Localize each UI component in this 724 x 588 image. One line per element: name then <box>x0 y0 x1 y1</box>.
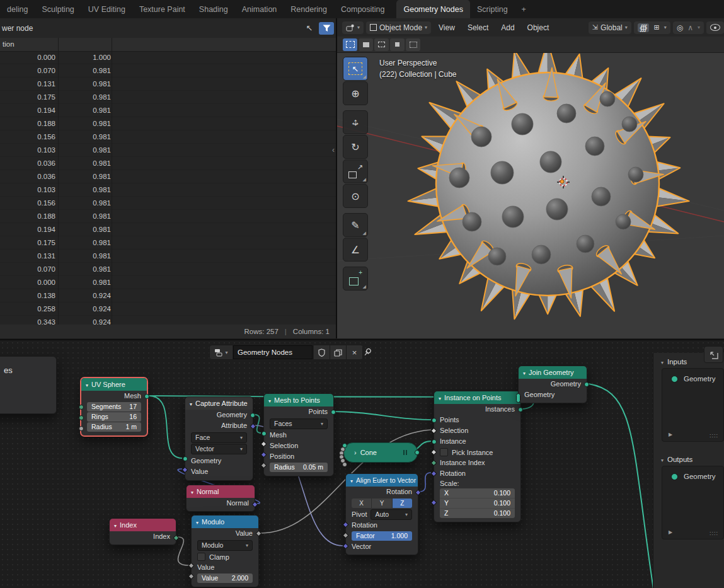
socket-mesh-out[interactable] <box>144 394 149 399</box>
socket-geometry-out[interactable] <box>250 413 255 418</box>
expand-triangle-icon[interactable]: ▶ <box>669 432 672 437</box>
table-row[interactable]: 0.1750.981 <box>0 236 336 250</box>
select-mode-invert[interactable] <box>390 38 405 51</box>
node-cone[interactable]: ›Cone <box>343 442 418 463</box>
unlink-close-icon[interactable]: × <box>347 345 363 359</box>
go-to-parent-tree-button[interactable] <box>704 346 723 363</box>
editor-type-button[interactable]: ▾ <box>342 21 364 34</box>
tool-move[interactable]: ↔↕ <box>343 110 368 134</box>
scale-z-field[interactable]: Z0.100 <box>440 509 515 518</box>
value-field[interactable]: Value2.000 <box>197 574 253 583</box>
menu-view[interactable]: View <box>434 23 460 32</box>
menu-add[interactable]: Add <box>496 23 519 32</box>
tab-compositing[interactable]: Compositing <box>334 0 391 18</box>
tab-sculpting[interactable]: Sculpting <box>35 0 81 18</box>
snap-magnet-icon[interactable]: ∰ <box>638 23 650 32</box>
node-index[interactable]: ▾Index Index <box>109 518 176 545</box>
falloff-dropdown-chevron[interactable]: ▾ <box>698 25 700 30</box>
node-math-modulo[interactable]: ▾Modulo Value Modulo▾ Clamp Value Value2… <box>191 515 259 587</box>
socket-points-in[interactable] <box>432 418 437 423</box>
falloff-curve-icon[interactable]: ∧ <box>687 23 693 32</box>
node-tree-name-field[interactable] <box>233 345 313 359</box>
node-tree-browse-button[interactable]: ▾ <box>209 345 233 360</box>
table-row[interactable]: 0.1560.981 <box>0 130 336 144</box>
axis-z-button[interactable]: Z <box>393 499 412 508</box>
table-row[interactable]: 0.1310.981 <box>0 250 336 263</box>
axis-x-button[interactable]: X <box>352 499 372 508</box>
operation-dropdown[interactable]: Modulo▾ <box>197 540 253 551</box>
socket-geometry-out[interactable] <box>584 382 589 387</box>
pick-instance-checkbox[interactable] <box>440 448 448 456</box>
select-mode-extend[interactable] <box>359 38 373 51</box>
table-row[interactable]: 0.1380.924 <box>0 289 336 303</box>
node-partial[interactable]: es <box>0 356 57 414</box>
socket-factor-in[interactable] <box>343 533 349 539</box>
field-radius[interactable]: Radius0.05 m <box>270 463 328 472</box>
node-normal[interactable]: ▾Normal Normal <box>186 485 255 512</box>
expand-triangle-icon[interactable]: ▶ <box>669 529 672 535</box>
mode-dropdown[interactable]: Object Mode ▾ <box>366 21 431 34</box>
table-row[interactable]: 0.0700.981 <box>0 263 336 276</box>
field-segments[interactable]: Segments17 <box>87 402 141 412</box>
menu-select[interactable]: Select <box>463 23 493 32</box>
tool-scale[interactable]: ↗◢ <box>343 159 368 183</box>
tool-measure[interactable]: ∠ <box>343 238 368 262</box>
socket-value2-in[interactable] <box>188 574 195 580</box>
socket-rings-in[interactable] <box>79 415 84 420</box>
tab-uv-editing[interactable]: UV Editing <box>81 0 132 18</box>
table-row[interactable]: 0.0700.981 <box>0 64 336 78</box>
table-row[interactable]: 0.1310.981 <box>0 78 336 91</box>
pin-icon[interactable] <box>362 347 372 360</box>
table-row[interactable]: 0.0360.981 <box>0 157 336 170</box>
table-row[interactable]: 0.3430.924 <box>0 316 336 325</box>
socket-points-out[interactable] <box>331 410 336 415</box>
socket-segments-in[interactable] <box>79 405 84 410</box>
clamp-checkbox[interactable] <box>197 553 205 561</box>
select-mode-subtract[interactable] <box>374 38 389 51</box>
pivot-dropdown[interactable]: Auto▾ <box>371 509 412 520</box>
tab-rendering[interactable]: Rendering <box>284 0 334 18</box>
snap-target-icon[interactable]: ⊞ <box>653 23 659 32</box>
tab-geometry-nodes[interactable]: Geometry Nodes <box>396 0 469 18</box>
tab-animation[interactable]: Animation <box>235 0 284 18</box>
table-row[interactable]: 0.1880.981 <box>0 210 336 223</box>
list-item-geometry-input[interactable]: Geometry <box>662 369 723 383</box>
table-row[interactable]: 0.0360.981 <box>0 170 336 183</box>
socket-instance-in[interactable] <box>432 439 437 444</box>
outputs-panel-header[interactable]: ▾Outputs <box>653 442 724 466</box>
datatype-dropdown[interactable]: Vector▾ <box>191 444 247 454</box>
table-row[interactable]: 0.2580.924 <box>0 303 336 316</box>
socket-radius-in[interactable] <box>79 426 84 431</box>
add-workspace-button[interactable]: + <box>515 0 533 18</box>
node-uv-sphere[interactable]: ▾UV Sphere Mesh Segments17 Rings16 Radiu… <box>81 378 147 436</box>
field-rings[interactable]: Rings16 <box>87 412 141 422</box>
table-row[interactable]: 0.1030.981 <box>0 183 336 197</box>
transform-orientation-dropdown[interactable]: ⇲ Global ▾ <box>589 21 631 34</box>
table-row[interactable]: 0.1940.981 <box>0 223 336 236</box>
tab-shading[interactable]: Shading <box>192 0 235 18</box>
column-header-row[interactable]: tion <box>0 38 336 52</box>
factor-slider[interactable]: Factor1.000 <box>352 531 412 541</box>
table-row[interactable]: 0.1940.981 <box>0 104 336 117</box>
spreadsheet-rows[interactable]: 0.0001.0000.0700.9810.1310.9810.1750.981… <box>0 51 336 325</box>
tool-annotate[interactable]: ✎◢ <box>343 213 368 237</box>
field-radius[interactable]: Radius1 m <box>87 422 141 432</box>
mode-dropdown[interactable]: Faces▾ <box>270 418 328 429</box>
resize-grip[interactable]: :::: <box>710 530 718 536</box>
table-row[interactable]: 0.1560.981 <box>0 197 336 210</box>
node-instance-on-points[interactable]: ▾Instance on Points Instances Points Sel… <box>434 391 521 522</box>
socket-geometry-in[interactable] <box>183 456 188 461</box>
tool-select-box[interactable]: ↖◢ <box>343 57 368 81</box>
list-item-geometry-output[interactable]: Geometry <box>662 466 723 480</box>
new-copy-icon[interactable] <box>330 345 347 359</box>
socket-instances-out[interactable] <box>518 407 523 412</box>
select-filter-icon[interactable]: ↖ <box>302 22 317 35</box>
select-mode-intersect[interactable] <box>406 38 420 51</box>
socket-geometry-multi-in[interactable] <box>516 393 520 403</box>
inputs-list[interactable]: Geometry ▶ :::: <box>662 368 724 442</box>
table-row[interactable]: 0.1030.981 <box>0 144 336 157</box>
tool-transform[interactable]: ⊙ <box>343 184 368 208</box>
tab-scripting[interactable]: Scripting <box>470 0 515 18</box>
geometry-node-editor[interactable]: ▾ × es ▾UV Sphere Mesh <box>0 339 724 588</box>
node-align-euler-to-vector[interactable]: ▾Align Euler to Vector Rotation X Y Z Pi… <box>345 473 418 555</box>
